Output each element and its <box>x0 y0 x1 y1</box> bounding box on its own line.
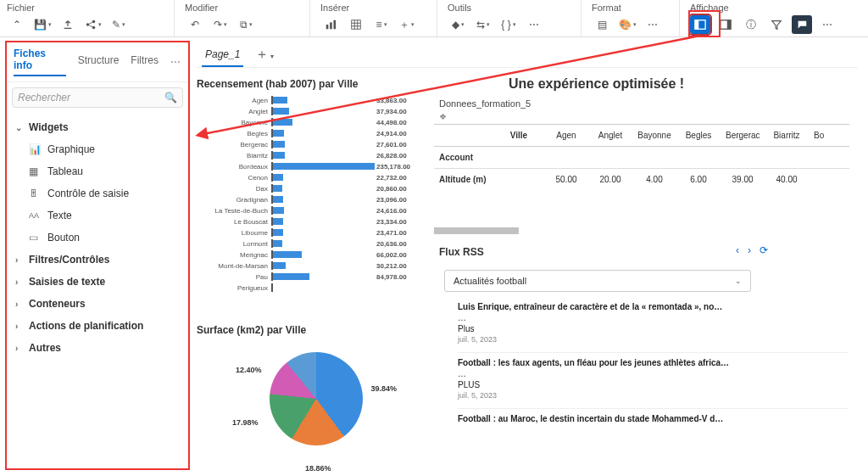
bar-fill <box>273 262 286 269</box>
search-input[interactable] <box>18 92 164 104</box>
rss-refresh-icon[interactable]: ⟳ <box>760 244 768 256</box>
copy-icon[interactable]: ⧉▾ <box>236 15 256 34</box>
undo-icon[interactable]: ↶ <box>185 15 205 34</box>
bar-track <box>271 195 373 204</box>
bar-value: 20,636.00 <box>376 240 407 248</box>
rss-item[interactable]: Football : au Maroc, le destin incertain… <box>458 409 848 432</box>
placeholder-bar <box>434 227 519 234</box>
menu-label-edit: Modifier <box>185 3 303 13</box>
tab-fiches-info[interactable]: Fiches info <box>14 48 66 76</box>
tools-more-icon[interactable]: ⋯ <box>524 15 544 34</box>
flow-icon[interactable]: ⇆▾ <box>473 15 493 34</box>
rss-prev-icon[interactable]: ‹ <box>736 244 739 256</box>
menubar-collapse[interactable]: ⌃ <box>7 15 27 34</box>
panel-left-icon[interactable] <box>690 15 710 34</box>
svg-rect-6 <box>352 20 361 30</box>
bar-track <box>271 184 373 193</box>
panel-right-icon[interactable] <box>715 15 736 34</box>
chevron-right-icon: › <box>15 277 24 287</box>
tab-more-icon[interactable]: ⋯ <box>170 56 181 68</box>
widget-controle[interactable]: 🎚Contrôle de saisie <box>12 182 183 204</box>
share-icon[interactable]: ▾ <box>83 15 103 34</box>
info-icon[interactable]: ⓘ <box>741 15 761 34</box>
bar-category: Agen <box>197 97 271 104</box>
bar-value: 22,732.00 <box>376 174 407 182</box>
bar-fill <box>273 240 282 247</box>
cat-filtres[interactable]: ›Filtres/Contrôles <box>12 249 183 271</box>
bar-value: 84,978.00 <box>376 273 407 281</box>
svg-rect-10 <box>727 20 731 30</box>
bar-chart: Agen33,863.00Anglet37,934.00Bayonne44,49… <box>197 95 426 294</box>
bar-track <box>271 162 373 171</box>
bar-value: 24,616.00 <box>376 207 407 215</box>
cube-icon[interactable]: ◆▾ <box>448 15 468 34</box>
insert-table-icon[interactable] <box>346 15 366 34</box>
altitude-row: Altitude (m) 50.00 20.00 4.00 6.00 39.00… <box>434 169 849 190</box>
bar-category: Bayonne <box>197 119 271 126</box>
cat-planification[interactable]: ›Actions de planification <box>12 315 183 337</box>
tab-filtres[interactable]: Filtres <box>131 54 159 70</box>
bar-fill <box>273 119 292 126</box>
ruler-icon[interactable]: ▤ <box>592 15 612 34</box>
bar-track <box>271 206 373 215</box>
save-icon[interactable]: 💾▾ <box>32 15 53 34</box>
widget-tableau[interactable]: ▦Tableau <box>12 160 183 182</box>
cat-widgets[interactable]: ⌄Widgets <box>12 116 183 138</box>
bar-fill <box>273 218 283 225</box>
widget-texte[interactable]: AATexte <box>12 204 183 227</box>
bar-row: Libourne23,471.00 <box>197 227 426 238</box>
col-anglet: Anglet <box>588 125 632 146</box>
widget-bouton[interactable]: ▭Bouton <box>12 227 183 249</box>
menu-label-tools: Outils <box>448 3 574 13</box>
rss-item[interactable]: Football : les faux agents, un fléau pou… <box>458 353 848 409</box>
chevron-down-icon: ⌄ <box>15 123 24 132</box>
bar-track <box>271 228 373 237</box>
left-panel: Fiches info Structure Filtres ⋯ 🔍 ⌄Widge… <box>5 41 190 470</box>
bar-category: Gradignan <box>197 196 271 204</box>
col-biarritz: Biarritz <box>765 125 809 146</box>
dataset-cube-icon: ❖ <box>439 112 447 121</box>
format-more-icon[interactable]: ⋯ <box>643 15 663 34</box>
menu-group-tools: Outils ◆▾ ⇆▾ { }▾ ⋯ <box>437 0 581 36</box>
insert-control-icon[interactable]: ≡▾ <box>371 15 392 34</box>
tab-structure[interactable]: Structure <box>78 54 120 70</box>
bar-category: Anglet <box>197 108 271 115</box>
export-icon[interactable] <box>58 15 78 34</box>
widget-graphique[interactable]: 📊Graphique <box>12 138 183 160</box>
edit-icon[interactable]: ✎▾ <box>108 15 129 34</box>
comments-icon[interactable] <box>792 15 812 34</box>
rss-list: Luis Enrique, entraîneur de caractère et… <box>458 297 848 432</box>
table-icon: ▦ <box>29 165 41 177</box>
search-box[interactable]: 🔍 <box>12 87 183 108</box>
redo-icon[interactable]: ↷▾ <box>210 15 231 34</box>
bar-category: Cenon <box>197 174 271 182</box>
pie-label-4: 12.40% <box>236 366 262 374</box>
bar-category: Merignac <box>197 251 271 259</box>
cat-saisies[interactable]: ›Saisies de texte <box>12 271 183 293</box>
add-page-button[interactable]: ＋▾ <box>255 46 274 64</box>
bar-category: Pau <box>197 273 271 281</box>
svg-rect-5 <box>334 20 337 30</box>
cat-autres[interactable]: ›Autres <box>12 337 183 359</box>
rss-next-icon[interactable]: › <box>748 244 751 256</box>
bar-row: Lormont20,636.00 <box>197 238 426 249</box>
rss-controls: ‹ › ⟳ <box>736 244 768 256</box>
view-more-icon[interactable]: ⋯ <box>817 15 837 34</box>
palette-icon[interactable]: 🎨▾ <box>617 15 637 34</box>
filter-icon[interactable] <box>766 15 787 34</box>
code-icon[interactable]: { }▾ <box>498 15 519 34</box>
button-icon: ▭ <box>29 232 41 244</box>
bar-row: Dax20,860.00 <box>197 183 426 193</box>
bar-row: Mont-de-Marsan30,212.00 <box>197 260 426 271</box>
bar-track <box>271 217 373 226</box>
bar-category: Perigueux <box>197 284 271 292</box>
rss-item[interactable]: Luis Enrique, entraîneur de caractère et… <box>458 297 848 353</box>
bar-row: Merignac66,002.00 <box>197 249 426 260</box>
bar-value: 20,860.00 <box>376 185 407 193</box>
cat-conteneurs[interactable]: ›Conteneurs <box>12 293 183 315</box>
insert-chart-icon[interactable] <box>320 15 341 34</box>
insert-more-icon[interactable]: ＋▾ <box>397 15 417 34</box>
rss-dropdown[interactable]: Actualités football ⌄ <box>444 270 751 292</box>
menu-group-format: Format ▤ 🎨▾ ⋯ <box>581 0 680 36</box>
page-tab-1[interactable]: Page_1 <box>202 43 243 67</box>
